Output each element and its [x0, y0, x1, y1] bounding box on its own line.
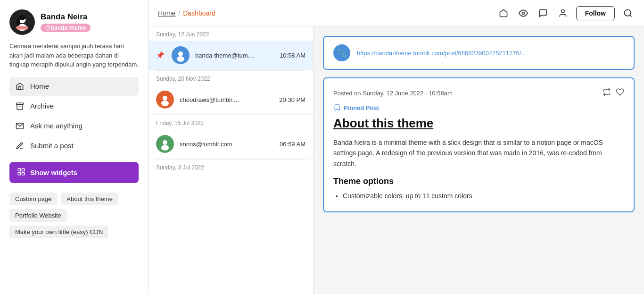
- profile-bio: Cemara menderai sampai jauh terasa hari …: [9, 42, 139, 69]
- post-meta: Posted on Sunday, 12 June 2022 · 10:58am: [333, 88, 624, 98]
- pinned-label: Pinned Post: [333, 104, 624, 111]
- breadcrumb-sep: /: [178, 9, 180, 17]
- follow-button[interactable]: Follow: [576, 6, 615, 20]
- svg-point-12: [522, 12, 524, 14]
- profile-section: Banda Neira @banda-theme: [9, 9, 139, 35]
- svg-line-15: [630, 15, 632, 17]
- show-widgets-label: Show widgets: [30, 168, 77, 176]
- msg-avatar-1: [156, 91, 174, 109]
- user-icon[interactable]: [556, 7, 570, 20]
- svg-point-14: [625, 9, 631, 16]
- tag-cdn[interactable]: Make your own little (easy) CDN: [9, 226, 108, 238]
- date-separator-3: Sunday, 3 Jul 2022: [149, 160, 313, 174]
- svg-rect-11: [22, 172, 25, 175]
- msg-avatar-2: [156, 135, 174, 153]
- post-body: Banda Neira is a minimal theme with a sl…: [333, 137, 624, 169]
- archive-icon: [15, 101, 25, 111]
- messages-panel: Sunday, 12 Jun 2022 📌 banda-theme@tum...…: [149, 26, 314, 294]
- svg-point-20: [163, 96, 167, 101]
- msg-sender-2: snnns@tumblr.com: [180, 141, 274, 148]
- link-url[interactable]: https://banda-theme.tumblr.com/post/6868…: [357, 50, 526, 57]
- breadcrumb-current: Dashboard: [183, 9, 215, 17]
- msg-avatar-0: [172, 46, 190, 64]
- sidebar-item-ask-label: Ask me anything: [30, 122, 83, 130]
- msg-sender-1: choodraws@tumblr....: [180, 96, 273, 103]
- post-actions: [603, 88, 624, 98]
- profile-name: Banda Neira: [41, 12, 91, 22]
- sidebar-item-archive-label: Archive: [30, 102, 54, 110]
- msg-time-2: 06:59 AM: [280, 141, 305, 148]
- breadcrumb-home[interactable]: Home: [158, 9, 175, 17]
- link-card: 📎 https://banda-theme.tumblr.com/post/68…: [323, 36, 635, 70]
- theme-options-list: Customizable colors: up to 11 custom col…: [333, 190, 624, 202]
- tags-section: Custom page About this theme Portfolio W…: [9, 193, 139, 238]
- eye-icon[interactable]: [517, 7, 530, 20]
- avatar: [9, 9, 35, 35]
- post-panel: 📎 https://banda-theme.tumblr.com/post/68…: [314, 26, 644, 294]
- search-icon[interactable]: [621, 7, 635, 20]
- home-icon: [15, 82, 25, 91]
- widgets-icon: [17, 168, 25, 177]
- svg-point-18: [177, 56, 184, 62]
- tag-custom-page[interactable]: Custom page: [9, 193, 57, 205]
- svg-point-23: [163, 140, 167, 145]
- message-item-2[interactable]: snnns@tumblr.com 06:59 AM: [149, 129, 313, 159]
- svg-rect-8: [18, 168, 20, 171]
- ask-icon: [15, 121, 25, 131]
- svg-point-4: [17, 17, 20, 26]
- date-separator-1: Sunday, 20 Nov 2022: [149, 71, 313, 85]
- svg-point-21: [161, 101, 169, 106]
- profile-info: Banda Neira @banda-theme: [41, 12, 91, 32]
- tag-about-theme[interactable]: About this theme: [61, 193, 118, 205]
- post-detail-card: Posted on Sunday, 12 June 2022 · 10:58am…: [323, 77, 635, 212]
- main-content: Home / Dashboard Follow: [149, 0, 644, 294]
- reblog-button[interactable]: [603, 88, 611, 98]
- theme-option-0: Customizable colors: up to 11 custom col…: [343, 190, 624, 202]
- msg-info-2: snnns@tumblr.com: [180, 141, 274, 148]
- theme-options-title: Theme options: [333, 176, 624, 186]
- msg-sender-0: banda-theme@tum....: [195, 52, 274, 59]
- chat-icon[interactable]: [537, 7, 550, 20]
- msg-info-1: choodraws@tumblr....: [180, 96, 273, 103]
- profile-handle: @banda-theme: [41, 24, 91, 32]
- tag-portfolio[interactable]: Portfolio Website: [9, 209, 67, 222]
- pinned-text: Pinned Post: [344, 104, 379, 111]
- sidebar-item-submit-label: Submit a post: [30, 142, 74, 150]
- pin-icon-0: 📌: [156, 51, 164, 59]
- svg-point-24: [161, 145, 169, 151]
- svg-rect-5: [16, 26, 28, 29]
- link-icon: 📎: [333, 44, 350, 61]
- sidebar-item-submit[interactable]: Submit a post: [9, 136, 139, 155]
- msg-time-1: 20:30 PM: [279, 96, 305, 103]
- date-separator-2: Friday, 15 Jul 2022: [149, 115, 313, 129]
- sidebar-item-archive[interactable]: Archive: [9, 97, 139, 116]
- svg-rect-10: [18, 172, 20, 175]
- message-item-1[interactable]: choodraws@tumblr.... 20:30 PM: [149, 85, 313, 115]
- submit-icon: [15, 141, 25, 151]
- post-date: Posted on Sunday, 12 June 2022 · 10:58am: [333, 90, 453, 97]
- svg-rect-6: [17, 103, 24, 104]
- svg-point-13: [561, 9, 564, 13]
- like-button[interactable]: [616, 88, 624, 98]
- sidebar: Banda Neira @banda-theme Cemara menderai…: [0, 0, 149, 294]
- show-widgets-button[interactable]: Show widgets: [9, 162, 139, 183]
- top-bar: Home / Dashboard Follow: [149, 0, 644, 26]
- msg-info-0: banda-theme@tum....: [195, 52, 274, 59]
- msg-time-0: 10:58 AM: [280, 52, 305, 59]
- date-separator-0: Sunday, 12 Jun 2022: [149, 26, 313, 41]
- post-title: About this theme: [333, 116, 624, 131]
- content-area: Sunday, 12 Jun 2022 📌 banda-theme@tum...…: [149, 26, 644, 294]
- svg-point-17: [178, 51, 183, 56]
- svg-rect-9: [22, 168, 25, 171]
- top-icons: Follow: [497, 6, 635, 20]
- sidebar-item-home-label: Home: [30, 82, 49, 90]
- sidebar-item-home[interactable]: Home: [9, 77, 139, 96]
- breadcrumb: Home / Dashboard: [158, 9, 215, 17]
- home-nav-icon[interactable]: [497, 7, 510, 20]
- message-item-0[interactable]: 📌 banda-theme@tum.... 10:58 AM: [149, 41, 313, 70]
- sidebar-item-ask[interactable]: Ask me anything: [9, 117, 139, 135]
- nav-list: Home Archive Ask me anything Submit a po…: [9, 77, 139, 156]
